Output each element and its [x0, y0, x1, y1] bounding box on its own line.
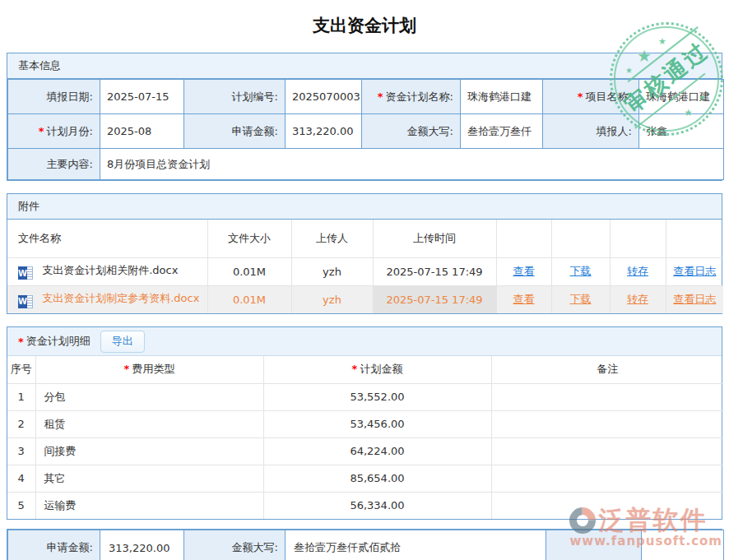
detail-fee-type: 运输费 [35, 492, 263, 519]
detail-plan-amount: 53,552.00 [263, 383, 491, 410]
field-value-report-date: 2025-07-15 [100, 80, 184, 114]
basic-info-section: 基本信息 填报日期: 2025-07-15 计划编号: 2025070003 *… [7, 53, 722, 181]
col-header-file-name: 文件名称 [7, 220, 207, 257]
field-label-plan-number: 计划编号: [184, 80, 286, 114]
detail-row: 1 分包 53,552.00 [7, 383, 723, 410]
col-header-note: 备注 [491, 356, 723, 383]
basic-info-section-title: 基本信息 [7, 53, 722, 79]
detail-fee-type: 间接费 [35, 437, 263, 465]
export-button[interactable]: 导出 [100, 331, 145, 353]
detail-fee-type: 其它 [35, 465, 263, 492]
transfer-save-link[interactable]: 转存 [627, 265, 648, 277]
required-marker: * [378, 90, 383, 103]
detail-note [491, 465, 723, 492]
download-link[interactable]: 下载 [570, 265, 592, 277]
summary-amount-value: 313,220.00 [100, 530, 184, 560]
detail-table: 序号 *费用类型 *计划金额 备注 1 分包 53,552.00 2 租赁 53… [7, 356, 723, 519]
col-header-seq: 序号 [7, 356, 35, 383]
detail-section-header: * 资金计划明细 导出 [7, 327, 722, 356]
field-value-apply-amount: 313,220.00 [286, 114, 362, 149]
attachment-file-name[interactable]: 支出资金计划制定参考资料.docx [42, 292, 199, 304]
field-label-fund-plan-name: *资金计划名称: [362, 80, 461, 114]
field-value-main-content: 8月份项目总资金计划 [100, 149, 724, 180]
summary-words-value: 叁拾壹万叁仟贰佰贰拾 [286, 530, 546, 560]
download-link[interactable]: 下载 [570, 293, 592, 305]
detail-plan-amount: 56,334.00 [263, 492, 491, 519]
summary-row: 申请金额: 313,220.00 金额大写: 叁拾壹万叁仟贰佰贰拾 [8, 530, 724, 560]
summary-empty-label-cell [546, 530, 642, 560]
attachment-file-size: 0.01M [207, 257, 291, 285]
detail-header-row: 序号 *费用类型 *计划金额 备注 [7, 356, 723, 383]
field-label-reporter: 填报人: [543, 114, 639, 149]
view-log-link[interactable]: 查看日志 [673, 293, 716, 305]
required-marker: * [39, 125, 44, 137]
detail-row: 4 其它 85,654.00 [7, 465, 723, 492]
detail-note [491, 410, 723, 437]
required-marker: * [18, 336, 24, 348]
col-header-action [610, 220, 666, 257]
required-marker: * [352, 363, 358, 375]
required-marker: * [124, 363, 130, 375]
detail-plan-amount: 64,224.00 [263, 437, 491, 465]
field-label-apply-amount: 申请金额: [184, 114, 286, 149]
col-header-file-size: 文件大小 [207, 220, 291, 257]
transfer-save-link[interactable]: 转存 [627, 293, 648, 305]
view-link[interactable]: 查看 [513, 293, 535, 305]
field-value-project-name: 珠海鹤港口建 [639, 80, 724, 114]
detail-seq: 3 [7, 437, 35, 465]
basic-info-row: 主要内容: 8月份项目总资金计划 [8, 149, 724, 180]
summary-amount-label: 申请金额: [8, 530, 100, 560]
col-header-action [551, 220, 610, 257]
detail-note [491, 492, 723, 519]
detail-row: 2 租赁 53,456.00 [7, 410, 723, 437]
fund-plan-detail-section: * 资金计划明细 导出 序号 *费用类型 *计划金额 备注 1 分包 53,55… [7, 326, 722, 520]
col-header-upload-time: 上传时间 [373, 220, 496, 257]
field-label-project-name: *项目名称: [543, 80, 639, 114]
detail-seq: 2 [7, 410, 35, 437]
field-label-plan-month: *计划月份: [8, 114, 100, 149]
detail-note [491, 383, 723, 410]
attachment-row-highlighted: W 支出资金计划制定参考资料.docx 0.01M yzh 2025-07-15… [7, 285, 723, 313]
detail-row: 3 间接费 64,224.00 [7, 437, 723, 465]
summary-words-label: 金额大写: [184, 530, 286, 560]
attachment-file-size: 0.01M [207, 285, 291, 313]
col-header-fee-type: *费用类型 [35, 356, 263, 383]
word-document-icon: W [18, 266, 33, 280]
detail-row: 5 运输费 56,334.00 [7, 492, 723, 519]
attachment-file-cell: W 支出资金计划相关附件.docx [7, 257, 207, 285]
view-link[interactable]: 查看 [513, 265, 535, 277]
field-value-plan-month: 2025-08 [100, 114, 184, 149]
basic-info-table: 填报日期: 2025-07-15 计划编号: 2025070003 *资金计划名… [7, 79, 724, 180]
attachments-section: 附件 文件名称 文件大小 上传人 上传时间 W 支出资金计划相关附件.docx … [7, 193, 722, 314]
attachments-section-title: 附件 [7, 194, 722, 220]
attachment-file-name[interactable]: 支出资金计划相关附件.docx [42, 264, 178, 276]
summary-table: 申请金额: 313,220.00 金额大写: 叁拾壹万叁仟贰佰贰拾 [7, 530, 724, 560]
attachment-uploader: yzh [291, 257, 373, 285]
detail-fee-type: 租赁 [35, 410, 263, 437]
detail-seq: 1 [7, 383, 35, 410]
field-label-main-content: 主要内容: [8, 149, 100, 180]
detail-section-title: 资金计划明细 [26, 334, 91, 349]
detail-note [491, 437, 723, 465]
col-header-action [496, 220, 551, 257]
col-header-uploader: 上传人 [291, 220, 373, 257]
attachment-file-cell: W 支出资金计划制定参考资料.docx [7, 285, 207, 313]
attachments-table: 文件名称 文件大小 上传人 上传时间 W 支出资金计划相关附件.docx 0.0… [7, 220, 723, 313]
attachments-header-row: 文件名称 文件大小 上传人 上传时间 [7, 220, 723, 257]
detail-seq: 4 [7, 465, 35, 492]
attachment-uploader: yzh [291, 285, 373, 313]
detail-seq: 5 [7, 492, 35, 519]
page-title: 支出资金计划 [0, 14, 729, 37]
view-log-link[interactable]: 查看日志 [673, 265, 716, 277]
attachment-row: W 支出资金计划相关附件.docx 0.01M yzh 2025-07-15 1… [7, 257, 723, 285]
col-header-plan-amount: *计划金额 [263, 356, 491, 383]
field-label-amount-words: 金额大写: [362, 114, 461, 149]
required-marker: * [578, 90, 583, 103]
detail-plan-amount: 53,456.00 [263, 410, 491, 437]
field-label-report-date: 填报日期: [8, 80, 100, 114]
basic-info-row: 填报日期: 2025-07-15 计划编号: 2025070003 *资金计划名… [8, 80, 724, 114]
field-value-plan-number: 2025070003 [286, 80, 362, 114]
summary-empty-value-cell [642, 530, 724, 560]
field-value-fund-plan-name: 珠海鹤港口建 [461, 80, 543, 114]
detail-fee-type: 分包 [35, 383, 263, 410]
